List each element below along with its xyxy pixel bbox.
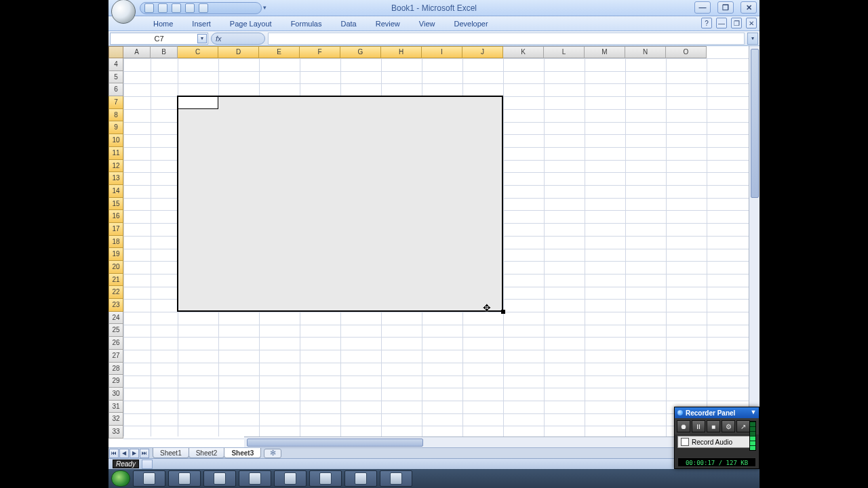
active-cell[interactable]: [178, 96, 218, 109]
mdi-minimize-button[interactable]: —: [716, 18, 727, 28]
row-header-29[interactable]: 29: [108, 375, 123, 388]
row-header-33[interactable]: 33: [108, 426, 123, 439]
row-header-20[interactable]: 20: [108, 261, 123, 274]
column-header-A[interactable]: A: [123, 46, 151, 58]
name-box-dropdown-icon[interactable]: ▾: [197, 34, 207, 43]
name-box[interactable]: C7 ▾: [110, 33, 208, 45]
taskbar-item[interactable]: [133, 470, 165, 487]
insert-sheet-button[interactable]: ✻: [264, 449, 281, 458]
row-header-5[interactable]: 5: [108, 71, 123, 84]
record-audio-checkbox[interactable]: [681, 438, 689, 446]
recorder-pause-button[interactable]: ⏸: [692, 420, 705, 432]
taskbar-item[interactable]: [203, 470, 236, 487]
recorder-panel[interactable]: Recorder Panel ▼ ⏺ ⏸ ■ ⚙ ↗ Record Audio …: [674, 407, 760, 469]
office-button[interactable]: [111, 0, 136, 24]
worksheet-grid[interactable]: ABCDEFGHIJKLMNO 456789101112131415161718…: [108, 46, 760, 447]
recorder-extra-button[interactable]: ↗: [736, 420, 750, 432]
column-header-D[interactable]: D: [218, 46, 259, 58]
tab-review[interactable]: Review: [366, 16, 410, 31]
sheet-tab-sheet2[interactable]: Sheet2: [189, 448, 225, 458]
row-header-15[interactable]: 15: [108, 198, 123, 211]
sheet-nav-next-icon[interactable]: ▶: [130, 449, 139, 458]
column-header-B[interactable]: B: [151, 46, 178, 58]
vertical-scrollbar[interactable]: [749, 46, 760, 436]
taskbar-item[interactable]: [168, 470, 201, 487]
minimize-button[interactable]: —: [694, 1, 711, 14]
hscroll-thumb[interactable]: [247, 439, 423, 447]
row-header-17[interactable]: 17: [108, 223, 123, 236]
recorder-stop-button[interactable]: ■: [707, 420, 720, 432]
vscroll-thumb[interactable]: [751, 49, 759, 198]
taskbar-item[interactable]: [380, 470, 412, 487]
row-header-14[interactable]: 14: [108, 185, 123, 198]
row-header-6[interactable]: 6: [108, 83, 123, 96]
tab-home[interactable]: Home: [144, 16, 182, 31]
sheet-nav-first-icon[interactable]: ⏮: [109, 449, 119, 458]
formula-input[interactable]: [268, 33, 745, 45]
row-header-7[interactable]: 7: [108, 96, 123, 109]
row-header-21[interactable]: 21: [108, 274, 123, 287]
tab-view[interactable]: View: [410, 16, 445, 31]
sheet-tab-sheet3[interactable]: Sheet3: [224, 448, 261, 458]
column-header-H[interactable]: H: [381, 46, 422, 58]
row-header-4[interactable]: 4: [108, 58, 123, 71]
recorder-record-button[interactable]: ⏺: [677, 420, 690, 432]
column-header-E[interactable]: E: [259, 46, 300, 58]
row-header-26[interactable]: 26: [108, 337, 123, 350]
tab-insert[interactable]: Insert: [182, 16, 220, 31]
column-header-G[interactable]: G: [340, 46, 381, 58]
column-header-K[interactable]: K: [503, 46, 544, 58]
recorder-close-icon[interactable]: ▼: [749, 408, 757, 416]
expand-formula-bar-icon[interactable]: ▾: [747, 33, 758, 45]
row-header-30[interactable]: 30: [108, 388, 123, 401]
row-header-25[interactable]: 25: [108, 324, 123, 337]
column-header-F[interactable]: F: [300, 46, 340, 58]
column-header-N[interactable]: N: [625, 46, 666, 58]
tab-data[interactable]: Data: [331, 16, 366, 31]
column-header-C[interactable]: C: [178, 46, 218, 58]
taskbar-item[interactable]: [239, 470, 271, 487]
column-header-J[interactable]: J: [462, 46, 503, 58]
select-all-button[interactable]: [108, 46, 123, 58]
row-header-13[interactable]: 13: [108, 172, 123, 185]
cells-area[interactable]: ✥: [123, 58, 749, 436]
row-header-28[interactable]: 28: [108, 363, 123, 375]
column-header-I[interactable]: I: [422, 46, 462, 58]
row-header-11[interactable]: 11: [108, 147, 123, 160]
row-header-32[interactable]: 32: [108, 413, 123, 426]
sheet-tab-sheet1[interactable]: Sheet1: [153, 448, 189, 458]
column-header-L[interactable]: L: [544, 46, 585, 58]
mdi-close-button[interactable]: ✕: [746, 18, 757, 28]
help-icon[interactable]: ?: [701, 18, 712, 28]
row-header-18[interactable]: 18: [108, 236, 123, 249]
selection-range[interactable]: [177, 96, 503, 312]
row-header-16[interactable]: 16: [108, 210, 123, 223]
row-header-8[interactable]: 8: [108, 109, 123, 122]
row-header-23[interactable]: 23: [108, 299, 123, 312]
close-button[interactable]: ✕: [741, 1, 757, 14]
record-audio-toggle[interactable]: Record Audio: [677, 436, 756, 448]
horizontal-scrollbar[interactable]: [244, 436, 749, 447]
taskbar-item[interactable]: [274, 470, 307, 487]
fx-button[interactable]: fx: [211, 33, 265, 45]
column-header-M[interactable]: M: [585, 46, 625, 58]
row-header-19[interactable]: 19: [108, 248, 123, 261]
row-header-24[interactable]: 24: [108, 312, 123, 325]
row-header-10[interactable]: 10: [108, 134, 123, 147]
row-header-22[interactable]: 22: [108, 286, 123, 299]
fill-handle[interactable]: [501, 310, 505, 314]
mdi-restore-button[interactable]: ❐: [731, 18, 742, 28]
taskbar-item[interactable]: [309, 470, 342, 487]
taskbar-item[interactable]: [344, 470, 377, 487]
maximize-button[interactable]: ❐: [717, 1, 734, 14]
tab-formulas[interactable]: Formulas: [281, 16, 332, 31]
row-header-12[interactable]: 12: [108, 160, 123, 173]
macro-record-icon[interactable]: [142, 460, 153, 469]
row-header-9[interactable]: 9: [108, 121, 123, 134]
recorder-title-bar[interactable]: Recorder Panel ▼: [675, 407, 759, 418]
recorder-settings-button[interactable]: ⚙: [722, 420, 735, 432]
row-header-31[interactable]: 31: [108, 401, 123, 413]
sheet-nav-last-icon[interactable]: ⏭: [140, 449, 149, 458]
start-button[interactable]: [111, 470, 130, 487]
row-header-27[interactable]: 27: [108, 350, 123, 363]
